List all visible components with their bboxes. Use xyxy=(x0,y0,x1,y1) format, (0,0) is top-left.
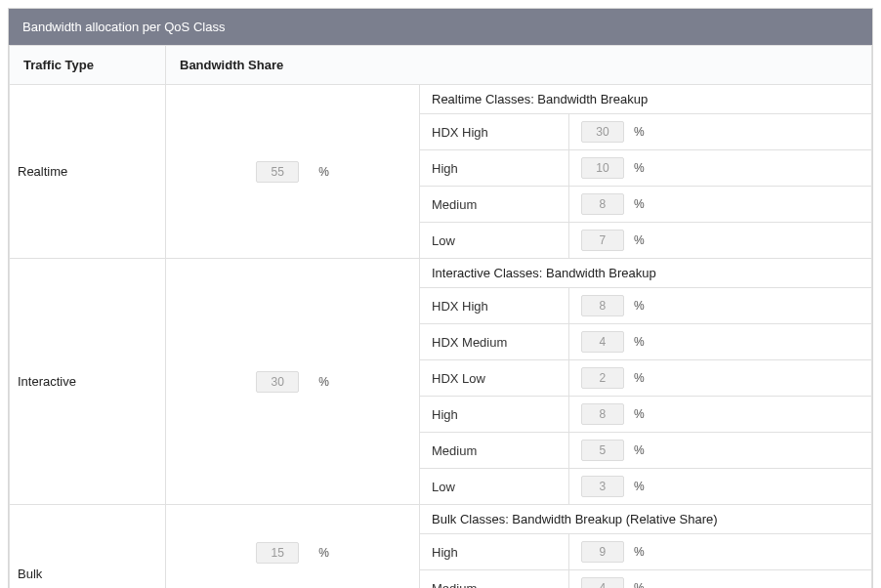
class-value-cell: % xyxy=(568,223,871,259)
class-input[interactable] xyxy=(581,476,624,497)
class-label: High xyxy=(420,150,568,187)
percent-label: % xyxy=(634,299,645,313)
breakup-title: Bulk Classes: Bandwidth Breakup (Relativ… xyxy=(420,505,871,534)
inner-table-bulk: Bulk Classes: Bandwidth Breakup (Relativ… xyxy=(420,505,871,588)
traffic-type-realtime: Realtime xyxy=(10,85,166,259)
percent-label: % xyxy=(634,197,645,211)
class-value-cell: % xyxy=(568,288,871,324)
class-input[interactable] xyxy=(581,157,624,179)
percent-label: % xyxy=(634,161,645,175)
breakup-cell-realtime: Realtime Classes: Bandwidth Breakup HDX … xyxy=(420,85,872,259)
class-value-cell: % xyxy=(568,433,871,469)
class-input[interactable] xyxy=(581,230,624,251)
class-label: High xyxy=(420,397,568,433)
class-value-cell: % xyxy=(568,534,871,570)
col-bandwidth-share: Bandwidth Share xyxy=(166,46,872,85)
percent-label: % xyxy=(634,581,645,588)
breakup-title: Interactive Classes: Bandwidth Breakup xyxy=(420,259,871,288)
class-input[interactable] xyxy=(581,541,624,563)
percent-label: % xyxy=(634,545,645,559)
panel-title: Bandwidth allocation per QoS Class xyxy=(9,9,872,45)
percent-label: % xyxy=(318,165,329,179)
share-cell-realtime: % xyxy=(166,85,420,259)
percent-label: % xyxy=(634,335,645,349)
class-input[interactable] xyxy=(581,295,624,316)
traffic-type-interactive: Interactive xyxy=(10,259,166,505)
qos-panel: Bandwidth allocation per QoS Class Traff… xyxy=(8,8,873,588)
inner-table-interactive: Interactive Classes: Bandwidth Breakup H… xyxy=(420,259,871,504)
share-cell-bulk: % (Best Effort, Not Guaranteed) xyxy=(166,505,420,589)
share-input-bulk[interactable] xyxy=(256,542,299,564)
class-input[interactable] xyxy=(581,577,624,588)
percent-label: % xyxy=(634,443,645,457)
class-label: Low xyxy=(420,223,568,259)
percent-label: % xyxy=(634,233,645,247)
class-label: HDX Low xyxy=(420,360,568,397)
class-value-cell: % xyxy=(568,150,871,187)
class-value-cell: % xyxy=(568,570,871,589)
class-value-cell: % xyxy=(568,397,871,433)
table-row: Bulk % (Best Effort, Not Guaranteed) Bul… xyxy=(10,505,872,589)
class-input[interactable] xyxy=(581,331,624,353)
class-value-cell: % xyxy=(568,187,871,223)
traffic-type-bulk: Bulk xyxy=(10,505,166,589)
inner-table-realtime: Realtime Classes: Bandwidth Breakup HDX … xyxy=(420,85,871,258)
percent-label: % xyxy=(634,407,645,421)
table-row: Interactive % Interactive Classes: Bandw… xyxy=(10,259,872,505)
percent-label: % xyxy=(318,546,329,560)
class-input[interactable] xyxy=(581,193,624,215)
breakup-cell-interactive: Interactive Classes: Bandwidth Breakup H… xyxy=(420,259,872,505)
class-value-cell: % xyxy=(568,469,871,505)
class-input[interactable] xyxy=(581,367,624,389)
percent-label: % xyxy=(634,480,645,493)
share-input-realtime[interactable] xyxy=(256,161,299,183)
share-cell-interactive: % xyxy=(166,259,420,505)
col-traffic-type: Traffic Type xyxy=(10,46,166,85)
class-label: HDX High xyxy=(420,114,568,150)
share-input-interactive[interactable] xyxy=(256,371,299,393)
percent-label: % xyxy=(318,375,329,389)
class-label: Medium xyxy=(420,433,568,469)
breakup-title: Realtime Classes: Bandwidth Breakup xyxy=(420,85,871,114)
class-input[interactable] xyxy=(581,440,624,461)
class-label: Medium xyxy=(420,570,568,589)
percent-label: % xyxy=(634,125,645,139)
class-label: High xyxy=(420,534,568,570)
qos-table: Traffic Type Bandwidth Share Realtime % … xyxy=(9,45,872,588)
class-value-cell: % xyxy=(568,114,871,150)
table-row: Realtime % Realtime Classes: Bandwidth B… xyxy=(10,85,872,259)
class-value-cell: % xyxy=(568,360,871,397)
class-input[interactable] xyxy=(581,121,624,143)
class-label: Medium xyxy=(420,187,568,223)
table-header-row: Traffic Type Bandwidth Share xyxy=(10,46,872,85)
class-label: Low xyxy=(420,469,568,505)
breakup-cell-bulk: Bulk Classes: Bandwidth Breakup (Relativ… xyxy=(420,505,872,589)
class-value-cell: % xyxy=(568,324,871,360)
class-label: HDX High xyxy=(420,288,568,324)
percent-label: % xyxy=(634,371,645,385)
class-label: HDX Medium xyxy=(420,324,568,360)
class-input[interactable] xyxy=(581,403,624,425)
